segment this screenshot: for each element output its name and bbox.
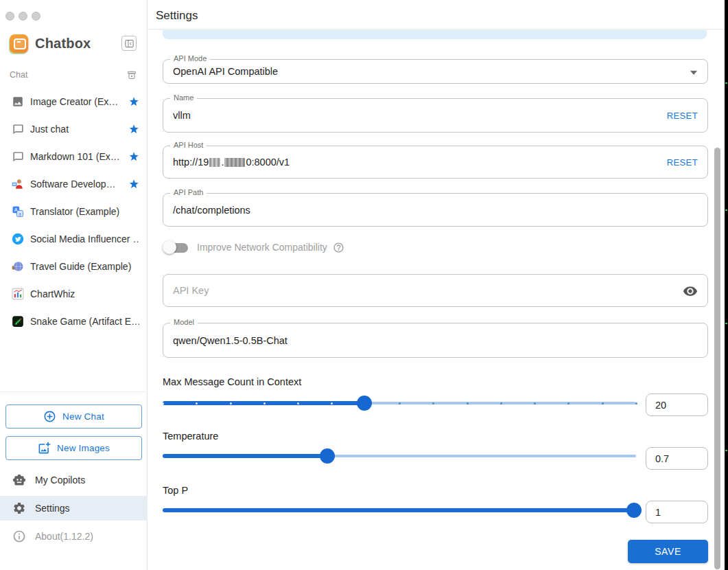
collapse-sidebar-button[interactable] (121, 36, 137, 51)
sidebar: Chatbox Chat Image Cr (0, 0, 148, 570)
gear-icon (12, 501, 26, 515)
settings-header: Settings (148, 0, 728, 30)
robot-icon (12, 473, 26, 487)
eye-icon (683, 284, 698, 299)
top-p-input[interactable] (646, 501, 707, 523)
new-images-label: New Images (57, 443, 110, 453)
star-icon[interactable] (128, 124, 139, 135)
chat-bubble-icon (12, 150, 24, 163)
toggle-thumb (163, 240, 176, 254)
top-p-label: Top P (163, 485, 188, 496)
chatbox-logo-icon (10, 34, 28, 53)
developer-icon (12, 178, 24, 190)
image-icon (12, 95, 24, 108)
chat-bubble-icon (12, 123, 24, 135)
session-item-software-developer[interactable]: Software Develop… (0, 170, 148, 198)
scrollbar-thumb[interactable] (714, 148, 720, 569)
sidebar-divider (0, 391, 148, 392)
settings-item-selected[interactable]: Settings (0, 496, 148, 521)
toggle-visibility-button[interactable] (683, 284, 698, 299)
new-images-button[interactable]: New Images (5, 436, 142, 460)
max-message-count-slider[interactable] (163, 396, 636, 411)
info-banner-remnant (163, 30, 707, 39)
star-icon[interactable] (128, 96, 139, 107)
close-window-button[interactable] (5, 12, 14, 21)
temperature-slider[interactable] (163, 448, 636, 464)
name-reset-button[interactable]: RESET (667, 111, 698, 121)
api-path-field: API Path (163, 193, 708, 227)
my-copilots-label: My Copilots (35, 475, 85, 486)
top-p-slider[interactable] (163, 503, 636, 518)
session-item-image-creator[interactable]: Image Creator (Ex… (0, 88, 148, 115)
max-message-count-label: Max Message Count in Context (163, 376, 301, 387)
network-compatibility-label: Improve Network Compatibility (197, 242, 327, 253)
new-chat-label: New Chat (62, 411, 104, 422)
api-key-field (163, 274, 708, 307)
temperature-value-box (646, 447, 708, 470)
api-host-field: API Host http://19.0:8000/v1 RESET (163, 146, 708, 179)
help-circle-icon[interactable] (333, 242, 344, 253)
temperature-input[interactable] (646, 448, 707, 469)
session-item-chartwhiz[interactable]: ChartWhiz (0, 280, 148, 308)
api-host-input[interactable]: http://19.0:8000/v1 (173, 146, 290, 178)
zoom-window-button[interactable] (32, 12, 40, 21)
star-icon[interactable] (128, 179, 139, 190)
network-compatibility-toggle[interactable] (163, 239, 190, 255)
save-button[interactable]: SAVE (628, 540, 708, 563)
name-input[interactable] (163, 99, 707, 132)
session-item-just-chat[interactable]: Just chat (0, 115, 148, 143)
api-host-reset-button[interactable]: RESET (667, 157, 698, 168)
new-chat-button[interactable]: New Chat (5, 404, 142, 429)
model-field: Model (163, 323, 708, 358)
chat-section-header: Chat (10, 69, 137, 80)
session-item-snake-game[interactable]: Snake Game (Artifact E… (0, 308, 148, 335)
max-message-count-value-box (646, 394, 708, 416)
chevron-down-icon (690, 71, 697, 75)
about-label: About(1.12.2) (35, 531, 93, 542)
snake-game-icon (12, 315, 24, 328)
redacted-block (209, 158, 220, 167)
app-logo-row: Chatbox (10, 34, 140, 53)
minimize-window-button[interactable] (19, 12, 27, 21)
slider-thumb[interactable] (320, 448, 335, 464)
slider-thumb[interactable] (626, 503, 642, 518)
slider-thumb[interactable] (357, 396, 372, 411)
session-item-translator[interactable]: A a Translator (Example) (0, 198, 148, 225)
session-item-social-media-influencer[interactable]: Social Media Influencer … (0, 225, 148, 253)
session-item-markdown-101[interactable]: Markdown 101 (Ex… (0, 143, 148, 170)
chart-icon (12, 288, 24, 300)
twitter-icon (12, 233, 24, 245)
screen-edge-strip (725, 0, 728, 570)
api-key-input[interactable] (163, 275, 707, 306)
name-field: Name RESET (163, 98, 708, 133)
api-path-input[interactable] (163, 194, 707, 226)
my-copilots-item[interactable]: My Copilots (0, 468, 148, 492)
model-input[interactable] (163, 323, 707, 357)
chatbox-app: Chatbox Chat Image Cr (0, 0, 728, 570)
api-mode-select[interactable]: API Mode OpenAI API Compatible (163, 59, 708, 84)
top-p-value-box (646, 501, 708, 523)
page-title: Settings (156, 9, 198, 23)
max-message-count-input[interactable] (646, 394, 707, 415)
info-icon (12, 529, 26, 543)
add-photo-icon (38, 442, 51, 455)
collapse-sidebar-icon (124, 38, 134, 49)
translate-icon: A a (12, 205, 24, 218)
redacted-block (224, 158, 245, 167)
network-compatibility-row: Improve Network Compatibility (163, 239, 344, 255)
app-title: Chatbox (35, 36, 91, 52)
star-icon[interactable] (128, 151, 139, 162)
slider-fill (163, 508, 634, 512)
add-circle-icon (43, 410, 56, 423)
about-item[interactable]: About(1.12.2) (0, 524, 148, 549)
chat-section-label: Chat (10, 70, 27, 80)
api-mode-value: OpenAI API Compatible (173, 60, 278, 83)
session-list: Image Creator (Ex… Just chat Markdown (0, 88, 148, 335)
settings-panel: Settings API Mode OpenAI API Compatible … (148, 0, 728, 570)
clear-archive-icon[interactable] (126, 69, 137, 80)
window-controls (5, 12, 40, 21)
session-item-travel-guide[interactable]: Travel Guide (Example) (0, 253, 148, 280)
settings-label: Settings (35, 503, 70, 514)
slider-fill (163, 454, 327, 458)
globe-icon (12, 260, 24, 273)
